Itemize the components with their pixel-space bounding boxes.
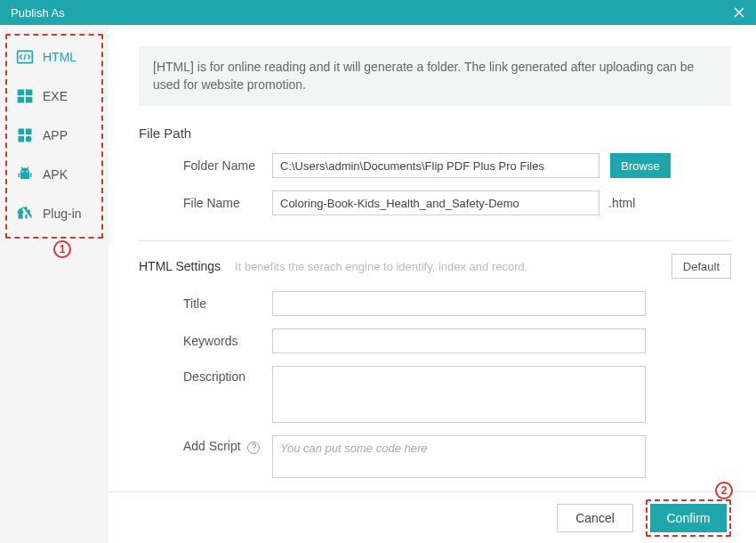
annotation-marker-1: 1 (53, 240, 71, 258)
android-icon (16, 166, 34, 183)
filename-row: File Name .html (139, 190, 731, 215)
annotation-marker-2: 2 (715, 482, 733, 499)
title-input[interactable] (272, 291, 646, 316)
plugin-icon (16, 205, 34, 223)
confirm-button[interactable]: Confirm (650, 504, 727, 532)
svg-rect-6 (26, 129, 32, 135)
sidebar-item-plugin[interactable]: Plug-in (11, 194, 98, 233)
svg-rect-3 (18, 97, 25, 103)
main-panel: [HTML] is for online reading and it will… (109, 25, 756, 543)
sidebar-item-app[interactable]: APP (11, 116, 98, 155)
titlebar: Publish As (0, 0, 756, 25)
svg-rect-5 (19, 129, 25, 135)
sidebar-item-label: Plug-in (43, 207, 82, 221)
folder-row: Folder Name Browse (139, 153, 731, 178)
sidebar-item-label: APP (43, 128, 68, 142)
script-input[interactable] (272, 435, 646, 478)
filename-input[interactable] (272, 190, 599, 215)
svg-point-10 (27, 171, 28, 173)
svg-point-9 (22, 171, 24, 173)
dialog-body: HTML EXE APP APK (0, 25, 756, 543)
annotation-box-2: 2 Confirm (646, 499, 731, 537)
sidebar: HTML EXE APP APK (0, 25, 109, 543)
folder-input[interactable] (272, 153, 599, 178)
settings-header: HTML Settings It benefits the serach eng… (139, 254, 731, 279)
sidebar-item-label: EXE (43, 89, 68, 103)
svg-point-8 (26, 136, 32, 142)
svg-rect-12 (30, 173, 32, 177)
help-icon[interactable]: ? (247, 442, 260, 454)
folder-label: Folder Name (139, 158, 272, 173)
divider (139, 240, 731, 241)
keywords-input[interactable] (272, 328, 646, 353)
svg-rect-2 (26, 90, 33, 96)
svg-rect-11 (19, 173, 20, 177)
window-title: Publish As (11, 6, 65, 20)
browse-button[interactable]: Browse (610, 153, 671, 178)
file-suffix: .html (608, 196, 635, 210)
filename-label: File Name (139, 196, 272, 210)
filepath-section-title: File Path (139, 126, 731, 141)
svg-rect-1 (18, 90, 25, 96)
title-row: Title (139, 291, 731, 316)
script-label: Add Script ? (139, 435, 272, 454)
keywords-row: Keywords (139, 328, 731, 353)
svg-line-14 (28, 167, 29, 170)
settings-hint: It benefits the serach engine to identif… (235, 260, 657, 273)
script-row: Add Script ? (139, 435, 731, 478)
description-row: Description (139, 366, 731, 423)
svg-rect-7 (19, 136, 25, 142)
windows-icon (16, 87, 34, 105)
sidebar-item-label: HTML (43, 50, 76, 64)
title-label: Title (139, 296, 272, 311)
sidebar-item-html[interactable]: HTML (11, 37, 98, 77)
svg-rect-4 (26, 97, 33, 103)
sidebar-item-label: APK (43, 167, 68, 182)
cancel-button[interactable]: Cancel (557, 504, 633, 532)
sidebar-item-exe[interactable]: EXE (11, 77, 98, 116)
close-icon[interactable] (731, 4, 747, 20)
keywords-label: Keywords (139, 334, 272, 348)
info-box: [HTML] is for online reading and it will… (139, 46, 731, 106)
default-button[interactable]: Default (672, 254, 731, 279)
description-label: Description (139, 366, 272, 384)
annotation-box-1: HTML EXE APP APK (5, 34, 103, 239)
description-input[interactable] (272, 366, 646, 423)
html-icon (16, 48, 34, 66)
footer: Cancel 2 Confirm (109, 491, 756, 543)
svg-line-13 (21, 167, 23, 170)
sidebar-item-apk[interactable]: APK (11, 155, 98, 194)
settings-section-title: HTML Settings (139, 259, 221, 273)
app-icon (16, 126, 34, 144)
